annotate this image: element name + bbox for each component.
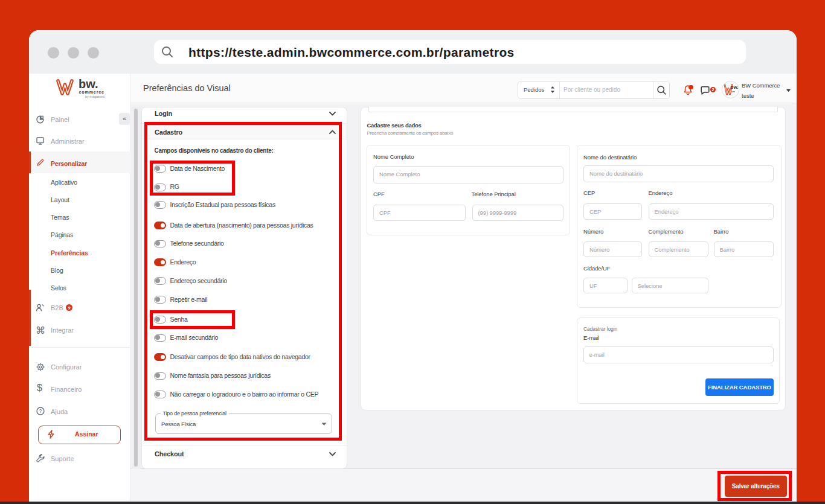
svg-text:?: ?: [39, 408, 42, 414]
svg-text:bw.: bw.: [730, 85, 738, 90]
svg-text:com: com: [731, 91, 735, 93]
